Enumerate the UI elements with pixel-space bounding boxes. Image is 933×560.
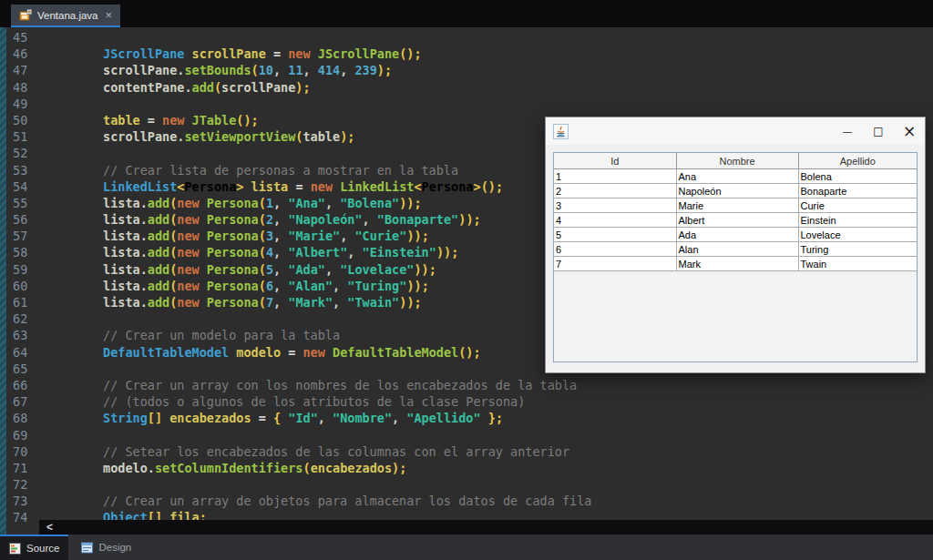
line-number: 63: [13, 328, 27, 342]
table-cell[interactable]: Alan: [676, 242, 798, 257]
java-coffee-icon: [553, 124, 569, 139]
ide-screen: Ventana.java × 4546JScrollPane scrollPan…: [0, 0, 933, 560]
table-row[interactable]: 7MarkTwain: [554, 257, 917, 271]
code-line-text: // Crear lista de personas a mostrar en …: [103, 163, 458, 178]
code-line: 66// Crear un array con los nombres de l…: [0, 378, 933, 394]
line-number: 65: [13, 361, 27, 376]
table-cell[interactable]: Bonaparte: [798, 184, 917, 199]
line-number: 45: [13, 30, 27, 45]
document-tab-bar: Ventana.java ×: [0, 0, 933, 27]
table-row[interactable]: 2NapoleónBonaparte: [554, 184, 917, 199]
code-line-text: lista.add(new Persona(4, "Albert", "Eins…: [103, 245, 458, 260]
table-cell[interactable]: Marie: [676, 199, 798, 213]
table-row[interactable]: 5AdaLovelace: [554, 228, 917, 242]
table-cell[interactable]: Turing: [798, 242, 917, 257]
line-number: 74: [13, 510, 27, 524]
code-line: 72: [0, 477, 933, 494]
table-cell[interactable]: Lovelace: [798, 228, 917, 242]
table-header-cell[interactable]: Apellido: [798, 153, 917, 169]
line-number: 72: [13, 477, 27, 492]
maximize-button[interactable]: □: [863, 117, 894, 145]
table-cell[interactable]: 2: [554, 184, 676, 199]
table-row[interactable]: 1AnaBolena: [554, 169, 917, 184]
line-number: 55: [13, 196, 27, 210]
table-cell[interactable]: Napoleón: [676, 184, 798, 199]
persons-table[interactable]: IdNombreApellido 1AnaBolena2NapoleónBona…: [554, 153, 917, 271]
code-line-text: DefaultTableModel modelo = new DefaultTa…: [103, 345, 481, 360]
code-line: 69: [0, 428, 933, 444]
line-number: 61: [13, 295, 27, 310]
line-number: 50: [13, 113, 27, 127]
tab-source[interactable]: Source: [0, 535, 68, 560]
scroll-left-arrow-icon[interactable]: <: [46, 522, 53, 533]
code-line: 49: [0, 97, 933, 113]
horizontal-scrollbar[interactable]: <: [39, 520, 933, 535]
line-number: 49: [13, 97, 27, 111]
minimize-button[interactable]: —: [832, 117, 863, 145]
table-scrollpane[interactable]: IdNombreApellido 1AnaBolena2NapoleónBona…: [553, 152, 918, 362]
line-number: 46: [13, 46, 27, 61]
line-number: 48: [13, 80, 27, 95]
table-header-cell[interactable]: Id: [554, 153, 676, 169]
line-number: 56: [13, 212, 27, 227]
app-window-titlebar[interactable]: — □ ×: [546, 117, 925, 145]
code-line-text: // (todos o algunos de los atributos de …: [103, 394, 525, 409]
tab-design[interactable]: Design: [72, 535, 140, 560]
line-number: 58: [13, 245, 27, 260]
table-row[interactable]: 4AlbertEinstein: [554, 213, 917, 228]
table-cell[interactable]: 6: [554, 242, 676, 257]
code-line-text: lista.add(new Persona(2, "Napoleón", "Bo…: [103, 212, 481, 227]
code-line-text: modelo.setColumnIdentifiers(encabezados)…: [103, 461, 406, 475]
table-cell[interactable]: Ada: [676, 228, 798, 242]
table-cell[interactable]: 4: [554, 213, 676, 228]
table-cell[interactable]: Albert: [676, 213, 798, 228]
code-line-text: JScrollPane scrollPane = new JScrollPane…: [103, 46, 422, 61]
line-number: 52: [13, 146, 27, 160]
close-button[interactable]: ×: [894, 117, 925, 145]
table-cell[interactable]: 5: [554, 228, 676, 242]
source-view-icon: [9, 543, 21, 555]
code-line-text: LinkedList<Persona> lista = new LinkedLi…: [103, 179, 503, 194]
line-number: 51: [13, 129, 27, 144]
line-number: 70: [13, 444, 27, 459]
table-cell[interactable]: Bolena: [798, 169, 917, 184]
code-line: 67// (todos o algunos de los atributos d…: [0, 394, 933, 411]
code-line-text: contentPane.add(scrollPane);: [103, 80, 311, 95]
tab-close-icon[interactable]: ×: [106, 9, 113, 21]
line-number: 54: [13, 179, 27, 194]
design-view-icon: [81, 542, 93, 554]
line-number: 71: [13, 461, 27, 475]
table-cell[interactable]: 7: [554, 257, 676, 271]
code-line-text: lista.add(new Persona(1, "Ana", "Bolena"…: [103, 196, 422, 210]
line-number: 68: [13, 411, 27, 425]
table-cell[interactable]: Einstein: [798, 213, 917, 228]
table-cell[interactable]: 3: [554, 199, 676, 213]
table-header-cell[interactable]: Nombre: [676, 153, 798, 169]
window-controls: — □ ×: [832, 117, 925, 145]
tab-ventana-java[interactable]: Ventana.java ×: [11, 5, 120, 27]
table-cell[interactable]: Twain: [798, 257, 917, 271]
table-cell[interactable]: Curie: [798, 199, 917, 213]
app-window[interactable]: — □ × IdNombreApellido 1AnaBolena2Napole…: [545, 117, 926, 373]
line-number: 62: [13, 311, 27, 326]
code-line: 48contentPane.add(scrollPane);: [0, 80, 933, 97]
line-number: 53: [13, 163, 27, 178]
code-line-text: table = new JTable();: [103, 113, 259, 127]
code-line: 73// Crear un array de objetos para alma…: [0, 494, 933, 510]
code-line-text: // Crear un array de objetos para almace…: [103, 494, 591, 508]
table-cell[interactable]: Mark: [676, 257, 798, 271]
table-row[interactable]: 6AlanTuring: [554, 242, 917, 257]
code-line-text: // Crear un modelo para la tabla: [103, 328, 340, 342]
table-row[interactable]: 3MarieCurie: [554, 199, 917, 213]
tab-design-label: Design: [98, 542, 131, 553]
view-switch-bar: Source Design: [0, 535, 933, 560]
code-line-text: lista.add(new Persona(3, "Marie", "Curie…: [103, 229, 429, 243]
table-cell[interactable]: 1: [554, 169, 676, 184]
table-cell[interactable]: Ana: [676, 169, 798, 184]
line-number: 73: [13, 494, 27, 508]
line-number: 67: [13, 394, 27, 409]
code-line: 71modelo.setColumnIdentifiers(encabezado…: [0, 461, 933, 477]
code-line-text: // Setear los encabezados de las columna…: [103, 444, 569, 459]
line-number: 59: [13, 262, 27, 277]
code-line-text: lista.add(new Persona(5, "Ada", "Lovelac…: [103, 262, 436, 277]
